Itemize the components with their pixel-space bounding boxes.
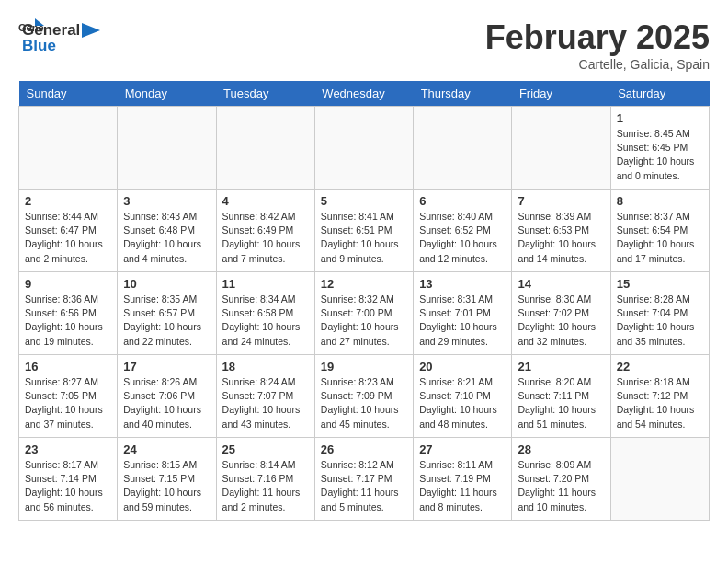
day-detail: Sunrise: 8:36 AM Sunset: 6:56 PM Dayligh…	[25, 293, 111, 349]
logo-arrow-icon	[82, 23, 100, 38]
day-detail: Sunrise: 8:27 AM Sunset: 7:05 PM Dayligh…	[25, 375, 111, 431]
day-detail: Sunrise: 8:14 AM Sunset: 7:16 PM Dayligh…	[222, 458, 309, 514]
day-number: 1	[617, 111, 703, 125]
calendar-cell: 1Sunrise: 8:45 AM Sunset: 6:45 PM Daylig…	[610, 107, 709, 190]
day-number: 6	[419, 194, 506, 208]
day-number: 27	[419, 442, 506, 456]
calendar-cell: 5Sunrise: 8:41 AM Sunset: 6:51 PM Daylig…	[314, 190, 413, 272]
day-number: 10	[123, 277, 210, 291]
day-detail: Sunrise: 8:24 AM Sunset: 7:07 PM Dayligh…	[222, 375, 309, 431]
calendar-subtitle: Cartelle, Galicia, Spain	[485, 57, 710, 72]
title-area: February 2025 Cartelle, Galicia, Spain	[485, 18, 710, 72]
column-header-monday: Monday	[118, 81, 216, 107]
calendar-title: February 2025	[485, 18, 710, 57]
calendar-week-3: 9Sunrise: 8:36 AM Sunset: 6:56 PM Daylig…	[19, 272, 710, 355]
calendar-cell: 26Sunrise: 8:12 AM Sunset: 7:17 PM Dayli…	[314, 438, 413, 521]
day-number: 5	[321, 194, 407, 208]
calendar-cell: 2Sunrise: 8:44 AM Sunset: 6:47 PM Daylig…	[19, 190, 118, 272]
calendar-cell: 10Sunrise: 8:35 AM Sunset: 6:57 PM Dayli…	[118, 272, 216, 355]
calendar-cell: 3Sunrise: 8:43 AM Sunset: 6:48 PM Daylig…	[118, 190, 216, 272]
calendar-cell: 6Sunrise: 8:40 AM Sunset: 6:52 PM Daylig…	[414, 190, 512, 272]
day-detail: Sunrise: 8:21 AM Sunset: 7:10 PM Dayligh…	[419, 375, 506, 431]
column-header-saturday: Saturday	[610, 81, 709, 107]
day-number: 14	[518, 277, 604, 291]
calendar-cell: 16Sunrise: 8:27 AM Sunset: 7:05 PM Dayli…	[19, 355, 118, 438]
day-detail: Sunrise: 8:44 AM Sunset: 6:47 PM Dayligh…	[25, 210, 111, 266]
calendar-cell	[216, 107, 314, 190]
logo-blue: Blue	[22, 38, 100, 55]
calendar-table: SundayMondayTuesdayWednesdayThursdayFrid…	[18, 81, 710, 521]
calendar-week-1: 1Sunrise: 8:45 AM Sunset: 6:45 PM Daylig…	[19, 107, 710, 190]
calendar-cell: 14Sunrise: 8:30 AM Sunset: 7:02 PM Dayli…	[512, 272, 610, 355]
calendar-cell: 20Sunrise: 8:21 AM Sunset: 7:10 PM Dayli…	[414, 355, 512, 438]
day-detail: Sunrise: 8:45 AM Sunset: 6:45 PM Dayligh…	[617, 127, 703, 183]
day-number: 21	[518, 360, 604, 373]
calendar-cell: 9Sunrise: 8:36 AM Sunset: 6:56 PM Daylig…	[19, 272, 118, 355]
calendar-cell: 11Sunrise: 8:34 AM Sunset: 6:58 PM Dayli…	[216, 272, 314, 355]
day-number: 9	[25, 277, 111, 291]
day-detail: Sunrise: 8:17 AM Sunset: 7:14 PM Dayligh…	[25, 458, 111, 514]
calendar-cell: 15Sunrise: 8:28 AM Sunset: 7:04 PM Dayli…	[610, 272, 709, 355]
day-detail: Sunrise: 8:39 AM Sunset: 6:53 PM Dayligh…	[518, 210, 604, 266]
calendar-cell: 24Sunrise: 8:15 AM Sunset: 7:15 PM Dayli…	[118, 438, 216, 521]
calendar-cell	[512, 107, 610, 190]
day-detail: Sunrise: 8:35 AM Sunset: 6:57 PM Dayligh…	[123, 293, 210, 349]
calendar-week-2: 2Sunrise: 8:44 AM Sunset: 6:47 PM Daylig…	[19, 190, 710, 272]
day-number: 22	[617, 360, 703, 373]
day-number: 4	[222, 194, 309, 208]
day-detail: Sunrise: 8:26 AM Sunset: 7:06 PM Dayligh…	[123, 375, 210, 431]
day-detail: Sunrise: 8:11 AM Sunset: 7:19 PM Dayligh…	[419, 458, 506, 514]
column-header-wednesday: Wednesday	[314, 81, 413, 107]
day-number: 26	[321, 442, 407, 456]
calendar-cell	[19, 107, 118, 190]
calendar-cell: 19Sunrise: 8:23 AM Sunset: 7:09 PM Dayli…	[314, 355, 413, 438]
day-number: 23	[25, 442, 111, 456]
day-number: 3	[123, 194, 210, 208]
day-number: 16	[25, 360, 111, 373]
calendar-cell	[314, 107, 413, 190]
day-detail: Sunrise: 8:28 AM Sunset: 7:04 PM Dayligh…	[617, 293, 703, 349]
column-header-tuesday: Tuesday	[216, 81, 314, 107]
day-number: 11	[222, 277, 309, 291]
day-number: 15	[617, 277, 703, 291]
day-detail: Sunrise: 8:42 AM Sunset: 6:49 PM Dayligh…	[222, 210, 309, 266]
day-number: 28	[518, 442, 604, 456]
day-detail: Sunrise: 8:23 AM Sunset: 7:09 PM Dayligh…	[321, 375, 407, 431]
header: General February 2025 Cartelle, Galicia,…	[18, 18, 710, 72]
day-detail: Sunrise: 8:43 AM Sunset: 6:48 PM Dayligh…	[123, 210, 210, 266]
day-detail: Sunrise: 8:20 AM Sunset: 7:11 PM Dayligh…	[518, 375, 604, 431]
calendar-cell	[414, 107, 512, 190]
day-detail: Sunrise: 8:41 AM Sunset: 6:51 PM Dayligh…	[321, 210, 407, 266]
day-number: 8	[617, 194, 703, 208]
calendar-cell	[118, 107, 216, 190]
day-detail: Sunrise: 8:34 AM Sunset: 6:58 PM Dayligh…	[222, 293, 309, 349]
day-number: 24	[123, 442, 210, 456]
calendar-cell: 7Sunrise: 8:39 AM Sunset: 6:53 PM Daylig…	[512, 190, 610, 272]
calendar-header-row: SundayMondayTuesdayWednesdayThursdayFrid…	[19, 81, 710, 107]
calendar-cell: 27Sunrise: 8:11 AM Sunset: 7:19 PM Dayli…	[414, 438, 512, 521]
calendar-week-5: 23Sunrise: 8:17 AM Sunset: 7:14 PM Dayli…	[19, 438, 710, 521]
calendar-cell: 8Sunrise: 8:37 AM Sunset: 6:54 PM Daylig…	[610, 190, 709, 272]
column-header-sunday: Sunday	[19, 81, 118, 107]
calendar-cell: 18Sunrise: 8:24 AM Sunset: 7:07 PM Dayli…	[216, 355, 314, 438]
column-header-thursday: Thursday	[414, 81, 512, 107]
calendar-cell: 12Sunrise: 8:32 AM Sunset: 7:00 PM Dayli…	[314, 272, 413, 355]
column-header-friday: Friday	[512, 81, 610, 107]
calendar-cell: 22Sunrise: 8:18 AM Sunset: 7:12 PM Dayli…	[610, 355, 709, 438]
calendar-cell: 17Sunrise: 8:26 AM Sunset: 7:06 PM Dayli…	[118, 355, 216, 438]
day-number: 20	[419, 360, 506, 373]
calendar-cell	[610, 438, 709, 521]
calendar-week-4: 16Sunrise: 8:27 AM Sunset: 7:05 PM Dayli…	[19, 355, 710, 438]
day-detail: Sunrise: 8:37 AM Sunset: 6:54 PM Dayligh…	[617, 210, 703, 266]
svg-marker-2	[82, 23, 100, 38]
day-number: 7	[518, 194, 604, 208]
calendar-cell: 4Sunrise: 8:42 AM Sunset: 6:49 PM Daylig…	[216, 190, 314, 272]
calendar-cell: 13Sunrise: 8:31 AM Sunset: 7:01 PM Dayli…	[414, 272, 512, 355]
day-number: 2	[25, 194, 111, 208]
calendar-cell: 25Sunrise: 8:14 AM Sunset: 7:16 PM Dayli…	[216, 438, 314, 521]
day-detail: Sunrise: 8:30 AM Sunset: 7:02 PM Dayligh…	[518, 293, 604, 349]
day-detail: Sunrise: 8:40 AM Sunset: 6:52 PM Dayligh…	[419, 210, 506, 266]
day-detail: Sunrise: 8:32 AM Sunset: 7:00 PM Dayligh…	[321, 293, 407, 349]
logo-block: General Blue	[22, 22, 100, 54]
day-detail: Sunrise: 8:12 AM Sunset: 7:17 PM Dayligh…	[321, 458, 407, 514]
